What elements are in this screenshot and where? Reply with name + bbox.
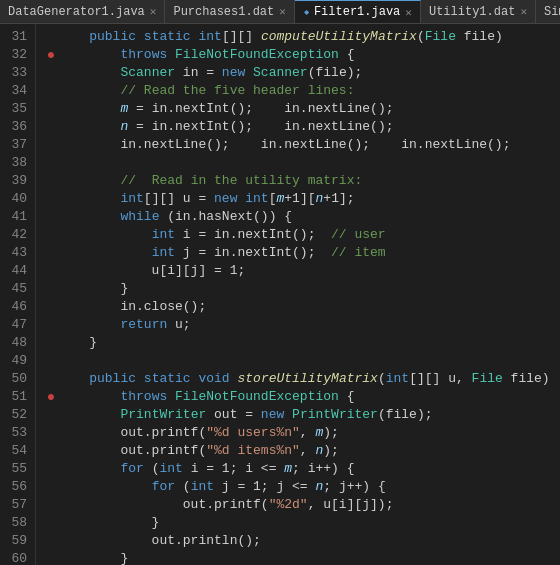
code-line-56: for (int j = 1; j <= n; j++) {: [44, 478, 560, 496]
tab-purchases[interactable]: Purchases1.dat ✕: [165, 0, 294, 23]
close-icon[interactable]: ✕: [520, 5, 527, 18]
tab-similarity[interactable]: Similarity: [536, 0, 560, 23]
tab-label: Utility1.dat: [429, 5, 515, 19]
code-line-45: }: [44, 280, 560, 298]
tab-bar: DataGenerator1.java ✕ Purchases1.dat ✕ ⬥…: [0, 0, 560, 24]
code-area: 31 32 33 34 35 36 37 38 39 40 41 42 43 4…: [0, 24, 560, 565]
tab-label: Similarity: [544, 5, 560, 19]
code-line-39: // Read in the utility matrix:: [44, 172, 560, 190]
code-line-38: [44, 154, 560, 172]
tab-filter[interactable]: ⬥ Filter1.java ✕: [295, 0, 421, 23]
code-line-55: for (int i = 1; i <= m; i++) {: [44, 460, 560, 478]
code-line-59: out.println();: [44, 532, 560, 550]
code-line-57: out.printf("%2d", u[i][j]);: [44, 496, 560, 514]
code-line-46: in.close();: [44, 298, 560, 316]
code-line-60: }: [44, 550, 560, 565]
code-line-47: return u;: [44, 316, 560, 334]
code-line-37: in.nextLine(); in.nextLine(); in.nextLin…: [44, 136, 560, 154]
code-line-32: ● throws FileNotFoundException {: [44, 46, 560, 64]
code-line-40: int[][] u = new int[m+1][n+1];: [44, 190, 560, 208]
tab-utility[interactable]: Utility1.dat ✕: [421, 0, 536, 23]
code-line-54: out.printf("%d items%n", n);: [44, 442, 560, 460]
file-icon: ⬥: [303, 5, 310, 19]
code-line-44: u[i][j] = 1;: [44, 262, 560, 280]
code-line-35: m = in.nextInt(); in.nextLine();: [44, 100, 560, 118]
close-icon[interactable]: ✕: [279, 5, 286, 18]
code-line-52: PrintWriter out = new PrintWriter(file);: [44, 406, 560, 424]
code-line-33: Scanner in = new Scanner(file);: [44, 64, 560, 82]
tab-label: DataGenerator1.java: [8, 5, 145, 19]
close-icon[interactable]: ✕: [405, 6, 412, 19]
code-line-49: [44, 352, 560, 370]
code-content: public static int[][] computeUtilityMatr…: [36, 24, 560, 565]
tab-datagenerator[interactable]: DataGenerator1.java ✕: [0, 0, 165, 23]
code-line-43: int j = in.nextInt(); // item: [44, 244, 560, 262]
code-line-58: }: [44, 514, 560, 532]
line-numbers: 31 32 33 34 35 36 37 38 39 40 41 42 43 4…: [0, 24, 36, 565]
tab-label: Purchases1.dat: [173, 5, 274, 19]
code-line-34: // Read the five header lines:: [44, 82, 560, 100]
tab-label: Filter1.java: [314, 5, 400, 19]
code-line-31: public static int[][] computeUtilityMatr…: [44, 28, 560, 46]
close-icon[interactable]: ✕: [150, 5, 157, 18]
code-line-41: while (in.hasNext()) {: [44, 208, 560, 226]
code-line-42: int i = in.nextInt(); // user: [44, 226, 560, 244]
code-line-50: public static void storeUtilityMatrix(in…: [44, 370, 560, 388]
code-line-48: }: [44, 334, 560, 352]
code-line-51: ● throws FileNotFoundException {: [44, 388, 560, 406]
code-line-53: out.printf("%d users%n", m);: [44, 424, 560, 442]
code-line-36: n = in.nextInt(); in.nextLine();: [44, 118, 560, 136]
